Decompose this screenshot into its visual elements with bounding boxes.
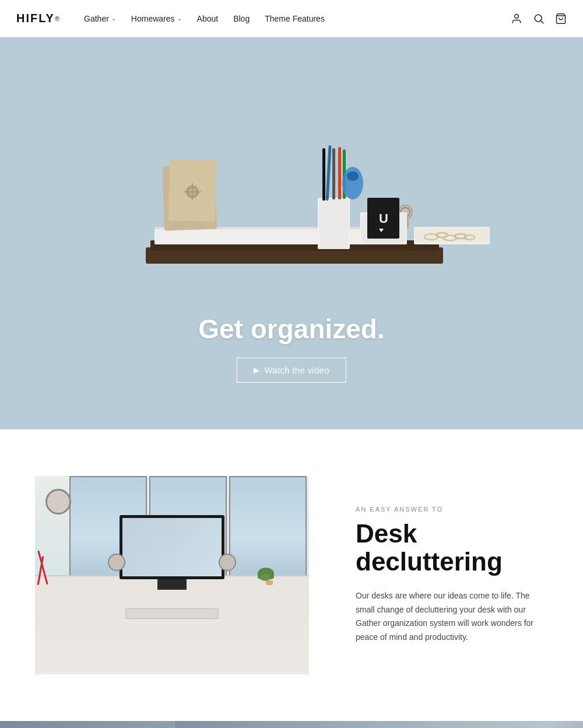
bottom-section: Everything [0,721,583,728]
cart-icon [555,13,567,24]
watch-video-button[interactable]: ▶ Watch the video [237,358,346,383]
mid-headline: Desk decluttering [356,520,548,576]
svg-rect-17 [319,199,349,249]
cta-label: Watch the video [264,365,329,375]
search-icon [533,13,545,24]
chevron-down-icon: ⌄ [111,15,116,22]
svg-rect-29 [407,219,409,229]
logo-registered: ® [55,15,59,22]
svg-rect-21 [338,147,341,200]
svg-rect-18 [322,148,325,201]
hero-section: U Get organized. ▶ Watch the video [0,37,583,429]
account-button[interactable] [511,13,522,24]
svg-point-1 [535,15,542,22]
svg-point-0 [515,14,519,18]
svg-text:U: U [379,211,388,226]
nav-icon-group [511,13,567,24]
svg-rect-19 [326,145,332,201]
account-icon [511,13,522,24]
mid-body-text: Our desks are where our ideas come to li… [356,589,536,645]
logo-text: HIFLY [16,12,55,25]
svg-rect-20 [332,148,335,200]
search-button[interactable] [533,13,545,24]
nav-item-blog[interactable]: Blog [227,10,255,27]
nav-links: Gather ⌄ Homewares ⌄ About Blog Theme Fe… [78,10,511,27]
hero-image: U [0,37,583,341]
navbar: HIFLY® Gather ⌄ Homewares ⌄ About Blog T… [0,0,583,37]
nav-item-theme-features[interactable]: Theme Features [259,10,331,27]
mid-label: AN EASY ANSWER TO [356,506,548,513]
hero-headline: Get organized. [198,313,384,345]
desk-image [35,476,309,674]
svg-line-2 [541,20,544,23]
cart-button[interactable] [555,13,567,24]
nav-item-homewares[interactable]: Homewares ⌄ [125,10,188,27]
svg-point-24 [347,172,359,181]
mid-content: AN EASY ANSWER TO Desk decluttering Our … [356,506,548,645]
hero-text: Get organized. ▶ Watch the video [198,313,384,383]
play-icon: ▶ [254,366,259,374]
mid-section: AN EASY ANSWER TO Desk decluttering Our … [0,429,583,721]
window-scene-bg [35,476,309,674]
logo[interactable]: HIFLY® [16,12,59,25]
nav-item-gather[interactable]: Gather ⌄ [78,10,122,27]
nav-item-about[interactable]: About [191,10,224,27]
desk-organizer-illustration: U [87,90,496,288]
chevron-down-icon: ⌄ [177,15,182,22]
